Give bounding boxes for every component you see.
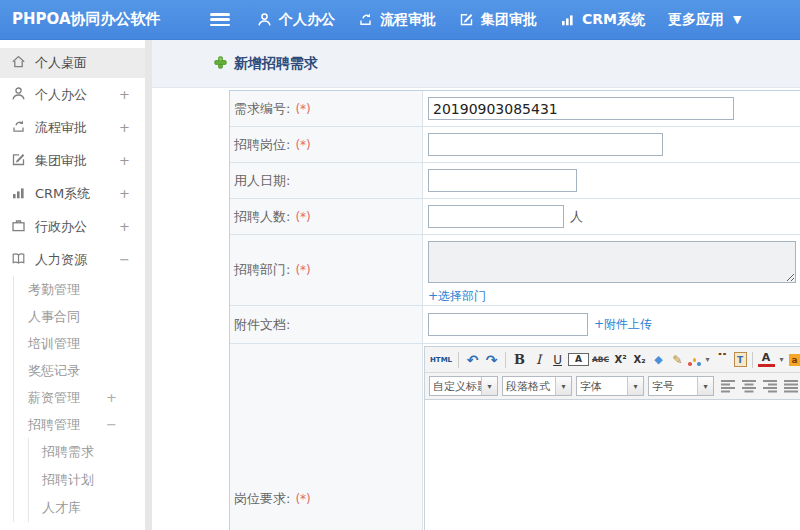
- toolbar-separator: [458, 352, 459, 368]
- sidebar-item-process-approval[interactable]: 流程审批 +: [0, 111, 145, 144]
- form-row-department: 招聘部门:(*) +选择部门: [230, 235, 800, 306]
- expand-plus-icon[interactable]: +: [119, 120, 130, 135]
- nav-personal-office[interactable]: 个人办公: [257, 11, 335, 29]
- custom-title-select[interactable]: 自定义标题 ▾: [429, 376, 498, 396]
- attachment-input[interactable]: [428, 313, 588, 336]
- font-size-select[interactable]: 字号 ▾: [648, 376, 714, 396]
- sidebar-item-rewards[interactable]: 奖惩记录: [14, 357, 145, 384]
- sidebar-item-salary[interactable]: 薪资管理 +: [14, 384, 145, 411]
- highlight-color-button[interactable]: a: [789, 354, 800, 366]
- sidebar-item-crm[interactable]: CRM系统 +: [0, 177, 145, 210]
- scrawl-icon[interactable]: [688, 354, 701, 366]
- hire-date-input[interactable]: [428, 169, 577, 192]
- attachment-upload-link[interactable]: +附件上传: [594, 316, 652, 333]
- toolbar-separator: [505, 352, 506, 368]
- nav-crm-system[interactable]: CRM系统: [560, 11, 645, 29]
- home-icon: [11, 54, 26, 72]
- editor-toolbar-row2: 自定义标题 ▾ 段落格式 ▾ 字体 ▾ 字号 ▾: [425, 373, 800, 400]
- sidebar-item-talent-pool[interactable]: 人才库: [29, 494, 145, 522]
- sidebar-item-hr-contract[interactable]: 人事合同: [14, 303, 145, 330]
- form-row-hire-date: 用人日期:: [230, 163, 800, 199]
- strikethrough-button[interactable]: ABC: [591, 349, 610, 371]
- alignment-buttons: [720, 379, 799, 393]
- sidebar-item-desktop[interactable]: 个人桌面: [0, 48, 145, 78]
- sidebar-item-recruitment[interactable]: 招聘管理 −: [14, 411, 145, 438]
- nav-more-apps[interactable]: 更多应用 ▼: [668, 11, 741, 29]
- edit-icon: [459, 12, 474, 27]
- editor-toolbar-row1: HTML ↶ ↷ B I U A ABC X² X₂ ◆ ✎: [425, 347, 800, 373]
- align-center-icon[interactable]: [741, 379, 757, 393]
- expand-plus-icon[interactable]: +: [119, 87, 130, 102]
- briefcase-icon: [11, 218, 26, 236]
- nav-group-approval[interactable]: 集团审批: [459, 11, 537, 29]
- sidebar-item-personal-office[interactable]: 个人办公 +: [0, 78, 145, 111]
- approval-icon: [11, 119, 26, 137]
- undo-icon[interactable]: ↶: [464, 349, 481, 371]
- menu-toggle-icon[interactable]: [210, 13, 230, 26]
- paste-text-icon[interactable]: T: [734, 352, 747, 367]
- editor-content-area[interactable]: [425, 400, 800, 530]
- toolbar-separator: [752, 352, 753, 368]
- sidebar: 个人桌面 个人办公 + 流程审批 + 集团审批 + CRM系统 + 行政办公 +…: [0, 40, 145, 530]
- sidebar-item-attendance[interactable]: 考勤管理: [14, 276, 145, 303]
- blockquote-icon[interactable]: “: [715, 353, 732, 367]
- chevron-down-icon[interactable]: ▾: [777, 349, 787, 371]
- sidebar-item-recruit-demand[interactable]: 招聘需求: [29, 438, 145, 466]
- position-input[interactable]: [428, 133, 663, 156]
- main-content: 新增招聘需求 需求编号:(*) 招聘岗位:(*) 用人日期:: [152, 40, 800, 530]
- form-row-requirements: 岗位要求:(*) HTML ↶ ↷ B I U A ABC X²: [230, 344, 800, 530]
- recruitment-submenu: 招聘需求 招聘计划 人才库: [28, 438, 145, 522]
- superscript-button[interactable]: X²: [612, 349, 629, 371]
- expand-plus-icon[interactable]: +: [119, 219, 130, 234]
- align-justify-icon[interactable]: [783, 379, 799, 393]
- expand-plus-icon[interactable]: +: [119, 186, 130, 201]
- italic-button[interactable]: I: [530, 349, 547, 371]
- field-label: 用人日期:: [230, 163, 423, 198]
- chevron-down-icon[interactable]: ▾: [703, 349, 713, 371]
- page-title: 新增招聘需求: [234, 55, 318, 73]
- required-mark: (*): [295, 138, 310, 152]
- edit-icon: [11, 152, 26, 170]
- align-right-icon[interactable]: [762, 379, 778, 393]
- eraser-icon[interactable]: ◆: [650, 349, 667, 371]
- paragraph-format-select[interactable]: 段落格式 ▾: [502, 376, 572, 396]
- field-label: 附件文档:: [230, 306, 423, 343]
- underline-button[interactable]: U: [549, 349, 566, 371]
- top-nav: 个人办公 流程审批 集团审批 CRM系统 更多应用 ▼: [257, 11, 764, 29]
- font-color-button[interactable]: A: [758, 352, 775, 367]
- sidebar-item-admin-office[interactable]: 行政办公 +: [0, 210, 145, 243]
- sidebar-item-recruit-plan[interactable]: 招聘计划: [29, 466, 145, 494]
- sidebar-item-training[interactable]: 培训管理: [14, 330, 145, 357]
- redo-icon[interactable]: ↷: [483, 349, 500, 371]
- chevron-down-icon: ▾: [697, 377, 713, 395]
- page-header: 新增招聘需求: [152, 40, 800, 88]
- html-source-button[interactable]: HTML: [429, 349, 453, 371]
- nav-process-approval[interactable]: 流程审批: [358, 11, 436, 29]
- char-style-button[interactable]: A: [568, 353, 589, 366]
- bold-button[interactable]: B: [511, 349, 528, 371]
- demand-no-input[interactable]: [428, 97, 734, 120]
- format-brush-icon[interactable]: ✎: [669, 349, 686, 371]
- sidebar-item-group-approval[interactable]: 集团审批 +: [0, 144, 145, 177]
- field-label: 招聘岗位:(*): [230, 127, 423, 162]
- font-family-select[interactable]: 字体 ▾: [576, 376, 644, 396]
- approval-icon: [358, 12, 373, 27]
- field-label: 岗位要求:(*): [230, 344, 423, 530]
- select-department-link[interactable]: +选择部门: [428, 288, 486, 305]
- expand-plus-icon[interactable]: +: [119, 153, 130, 168]
- user-icon: [11, 86, 26, 104]
- collapse-minus-icon[interactable]: −: [106, 417, 117, 432]
- form-row-headcount: 招聘人数:(*) 人: [230, 199, 800, 235]
- department-textarea[interactable]: [428, 241, 796, 283]
- required-mark: (*): [295, 210, 310, 224]
- app-logo: PHPOA协同办公软件: [0, 10, 157, 29]
- headcount-input[interactable]: [428, 205, 564, 228]
- subscript-button[interactable]: X₂: [631, 349, 648, 371]
- hr-submenu: 考勤管理 人事合同 培训管理 奖惩记录 薪资管理 + 招聘管理 − 招聘需求 招…: [13, 276, 145, 522]
- sidebar-item-hr[interactable]: 人力资源 −: [0, 243, 145, 276]
- collapse-minus-icon[interactable]: −: [119, 252, 130, 267]
- form-row-demand-no: 需求编号:(*): [230, 91, 800, 127]
- align-left-icon[interactable]: [720, 379, 736, 393]
- top-bar: PHPOA协同办公软件 个人办公 流程审批 集团审批 CRM系统 更多应用 ▼: [0, 0, 800, 40]
- expand-plus-icon[interactable]: +: [106, 390, 117, 405]
